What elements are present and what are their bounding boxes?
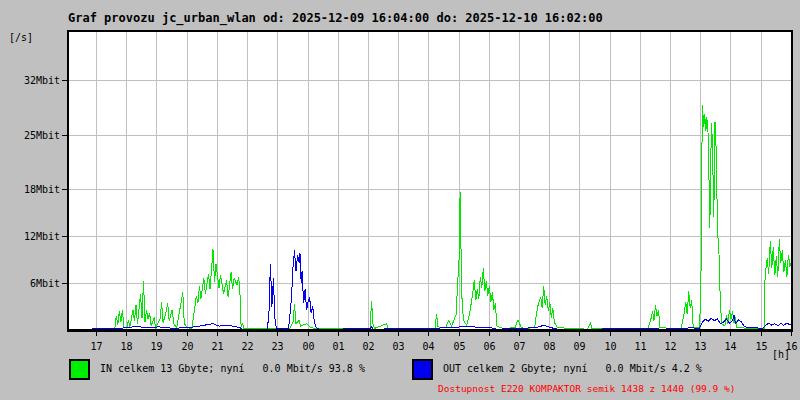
plot-background (68, 31, 792, 330)
x-axis-label: 18 (120, 341, 132, 352)
x-axis-label: 05 (453, 341, 465, 352)
y-axis-label: 12Mbit (24, 231, 60, 242)
x-axis-label: 01 (332, 341, 344, 352)
y-axis-label: 25Mbit (24, 130, 60, 141)
x-axis-label: 17 (90, 341, 102, 352)
y-axis-label: 32Mbit (24, 75, 60, 86)
x-axis-label: 04 (422, 341, 434, 352)
x-axis-label: 00 (302, 341, 314, 352)
out-legend-label: OUT celkem 2 Gbyte; nyní 0.0 Mbit/s 4.2 … (443, 363, 702, 374)
x-axis-label: 09 (573, 341, 585, 352)
x-axis-label: 10 (604, 341, 616, 352)
y-axis-label: 6Mbit (30, 278, 60, 289)
in-legend-label: IN celkem 13 Gbyte; nyní 0.0 Mbit/s 93.8… (100, 363, 365, 374)
x-axis-unit-label: [h] (772, 349, 790, 360)
x-axis-label: 06 (483, 341, 495, 352)
traffic-graph-page: Graf provozu jc_urban_wlan od: 2025-12-0… (0, 0, 800, 400)
x-axis-label: 11 (634, 341, 646, 352)
traffic-chart: 1718192021222300010203040506070809101112… (0, 0, 800, 400)
out-legend-swatch (412, 359, 433, 380)
x-axis-label: 20 (181, 341, 193, 352)
y-axis-labels: 6Mbit12Mbit18Mbit25Mbit32Mbit (24, 75, 60, 289)
x-axis-label: 22 (241, 341, 253, 352)
x-axis-label: 03 (392, 341, 404, 352)
x-axis-label: 23 (271, 341, 283, 352)
x-axis-label: 12 (664, 341, 676, 352)
in-legend-swatch (69, 359, 90, 380)
x-axis-label: 02 (362, 341, 374, 352)
x-axis-label: 19 (150, 341, 162, 352)
x-axis-label: 08 (543, 341, 555, 352)
x-axis-label: 15 (755, 341, 767, 352)
x-axis-label: 13 (694, 341, 706, 352)
availability-text: Dostupnost E220 KOMPAKTOR semik 1438 z 1… (438, 383, 735, 394)
x-axis-label: 21 (211, 341, 223, 352)
x-axis-label: 07 (513, 341, 525, 352)
x-axis-label: 14 (724, 341, 736, 352)
y-axis-label: 18Mbit (24, 184, 60, 195)
x-axis-labels: 1718192021222300010203040506070809101112… (90, 341, 797, 352)
